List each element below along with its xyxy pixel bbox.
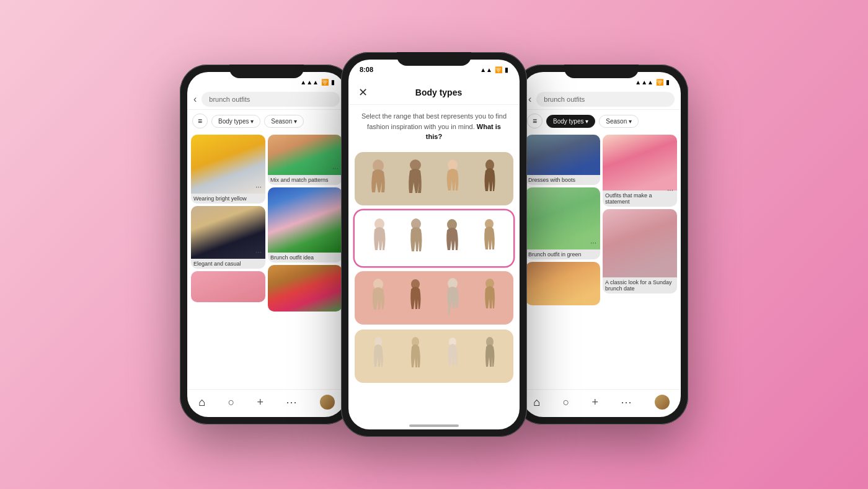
filter-row-right: ≡ Body types ▾ Season ▾ <box>522 110 681 132</box>
search-input-left[interactable]: brunch outfits <box>202 92 340 107</box>
filter-body-types-right[interactable]: Body types ▾ <box>546 115 595 128</box>
pin-label-green: Brunch outfit in green <box>526 249 600 259</box>
body-row-large[interactable] <box>355 152 513 205</box>
wifi-icon-right: 🛜 <box>656 79 663 86</box>
pin-img-mix <box>268 135 342 175</box>
body-figure-13 <box>363 334 393 378</box>
nav-search-right[interactable]: ○ <box>562 396 569 409</box>
filter-body-types-left[interactable]: Body types ▾ <box>211 115 260 128</box>
pin-more-statement[interactable]: ··· <box>667 186 673 194</box>
modal-description: Select the range that best represents yo… <box>348 105 520 148</box>
body-row-medium[interactable] <box>355 210 513 266</box>
nav-home-left[interactable]: ⌂ <box>198 396 205 409</box>
pin-img-elegant <box>191 206 265 259</box>
nav-add-left[interactable]: + <box>257 396 264 409</box>
masonry-col1-right: Dresses with boots ··· Brunch outfit in … <box>526 135 600 387</box>
phone-center-screen: 8:08 ▲▲ 🛜 ▮ ✕ Body types Select the rang… <box>348 60 520 429</box>
pin-pink-bottom[interactable] <box>191 271 265 302</box>
pin-more-boots[interactable]: ··· <box>590 164 596 173</box>
battery-icon-right: ▮ <box>666 79 670 86</box>
body-figure-14 <box>401 334 430 378</box>
pin-img-boots <box>526 135 600 175</box>
search-input-right[interactable]: brunch outfits <box>536 92 675 107</box>
pin-img-yellow <box>191 135 265 194</box>
svg-rect-11 <box>448 307 450 315</box>
nav-add-right[interactable]: + <box>592 396 599 409</box>
pin-more-yellow[interactable]: ··· <box>255 182 262 191</box>
filter-season-right[interactable]: Season ▾ <box>599 115 639 128</box>
pin-curly[interactable] <box>526 262 600 305</box>
body-row-slim[interactable] <box>355 330 513 383</box>
pin-label-elegant: Elegant and casual <box>191 259 265 269</box>
nav-messages-right[interactable]: ⋯ <box>621 395 632 409</box>
pin-label-hijab: Brunch outfit idea <box>268 253 342 262</box>
pin-mix-match[interactable]: Mix and match patterns ··· <box>268 135 342 185</box>
pin-label-statement: Outfits that make a statement <box>603 191 677 207</box>
pin-more-mix[interactable]: ··· <box>332 164 339 173</box>
body-figure-11 <box>438 276 467 320</box>
status-icons-left: ▲▲▲ 🛜 ▮ <box>300 79 335 86</box>
pin-more-green[interactable]: ··· <box>590 238 596 247</box>
body-figure-1 <box>363 157 393 200</box>
pin-pink-dress[interactable]: A classic look for a Sunday brunch date <box>603 209 677 294</box>
body-figure-16 <box>475 334 505 378</box>
pin-more-elegant[interactable]: ··· <box>255 248 262 256</box>
nav-messages-left[interactable]: ⋯ <box>286 395 297 409</box>
body-figure-7 <box>438 217 467 260</box>
home-indicator-center <box>409 424 459 427</box>
pin-img-pink-bottom <box>191 271 265 302</box>
masonry-left: Wearing bright yellow ··· Elegant and ca… <box>187 132 346 389</box>
phones-container: ▲▲▲ 🛜 ▮ ‹ brunch outfits ≡ Body types ▾ … <box>180 52 688 437</box>
search-bar-right[interactable]: ‹ brunch outfits <box>522 89 681 110</box>
body-figure-3 <box>438 157 467 200</box>
pin-yellow-jacket[interactable]: Wearing bright yellow ··· <box>191 135 265 204</box>
body-figure-12 <box>475 276 505 320</box>
status-icons-right: ▲▲▲ 🛜 ▮ <box>635 79 670 86</box>
pin-img-hijab <box>268 187 342 253</box>
filter-icon-left[interactable]: ≡ <box>192 114 208 128</box>
bottom-nav-right: ⌂ ○ + ⋯ <box>522 389 681 417</box>
nav-avatar-left[interactable] <box>320 395 335 410</box>
body-figure-15 <box>438 334 467 378</box>
body-figure-8 <box>474 217 504 260</box>
masonry-col1-left: Wearing bright yellow ··· Elegant and ca… <box>191 135 265 387</box>
nav-search-left[interactable]: ○ <box>228 396 234 409</box>
pin-green-top[interactable]: Brunch outfit in green ··· <box>526 187 600 259</box>
pin-colorful[interactable] <box>268 265 342 312</box>
phone-center: 8:08 ▲▲ 🛜 ▮ ✕ Body types Select the rang… <box>341 52 527 437</box>
phone-center-notch <box>397 52 471 66</box>
back-button-right[interactable]: ‹ <box>528 94 531 105</box>
filter-season-left[interactable]: Season ▾ <box>264 115 304 128</box>
pin-img-curly <box>526 262 600 305</box>
filter-row-left: ≡ Body types ▾ Season ▾ <box>187 110 346 132</box>
body-figure-5 <box>365 217 394 260</box>
nav-home-right[interactable]: ⌂ <box>533 396 540 409</box>
phone-left-notch <box>229 65 304 78</box>
pin-pink-pants[interactable]: Outfits that make a statement ··· <box>603 135 677 207</box>
pin-img-green <box>526 187 600 249</box>
pin-elegant[interactable]: Elegant and casual ··· <box>191 206 265 269</box>
phone-right: ▲▲▲ 🛜 ▮ ‹ brunch outfits ≡ Body types ▾ … <box>515 65 688 424</box>
modal-close-button[interactable]: ✕ <box>358 86 368 99</box>
filter-icon-right[interactable]: ≡ <box>527 114 542 128</box>
pin-label-sunday: A classic look for a Sunday brunch date <box>603 277 677 294</box>
body-figure-6 <box>401 217 431 260</box>
pin-boots[interactable]: Dresses with boots ··· <box>526 135 600 185</box>
body-row-curvy[interactable] <box>355 271 513 325</box>
masonry-col2-right: Outfits that make a statement ··· A clas… <box>603 135 677 387</box>
pin-hijab[interactable]: Brunch outfit idea <box>268 187 342 262</box>
battery-icon-center: ▮ <box>505 66 508 73</box>
body-figure-2 <box>401 157 430 200</box>
phone-left-screen: ▲▲▲ 🛜 ▮ ‹ brunch outfits ≡ Body types ▾ … <box>187 72 346 417</box>
body-type-grid <box>348 148 520 425</box>
pin-img-pink-dress <box>603 209 677 277</box>
back-button-left[interactable]: ‹ <box>193 94 197 105</box>
nav-avatar-right[interactable] <box>655 395 670 410</box>
phone-right-screen: ▲▲▲ 🛜 ▮ ‹ brunch outfits ≡ Body types ▾ … <box>522 72 681 417</box>
search-bar-left[interactable]: ‹ brunch outfits <box>187 89 346 110</box>
modal-title: Body types <box>368 87 510 97</box>
pin-label-mix: Mix and match patterns <box>268 175 342 185</box>
status-icons-center: ▲▲ 🛜 ▮ <box>480 66 508 73</box>
wifi-icon-left: 🛜 <box>321 79 329 86</box>
pin-label-yellow: Wearing bright yellow <box>191 194 265 204</box>
